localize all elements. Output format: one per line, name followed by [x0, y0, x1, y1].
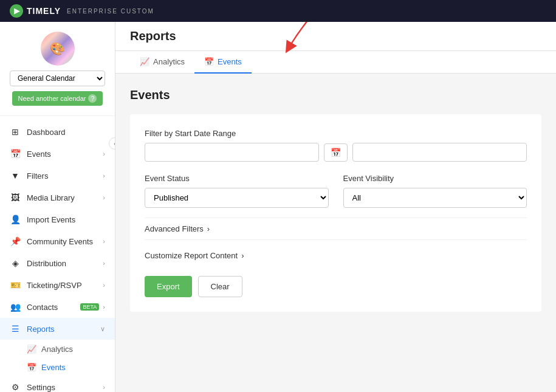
- sidebar-nav: ⊞ Dashboard 📅 Events › ▼ Filters › 🖼 Med…: [0, 116, 115, 392]
- event-status-group: Event Status Published Draft Cancelled A…: [145, 174, 329, 208]
- help-icon: ?: [88, 94, 97, 103]
- logo: ▶ TIMELY ENTERPRISE CUSTOM: [10, 4, 154, 18]
- sidebar-item-label: Import Events: [27, 215, 105, 224]
- sidebar-item-import-events[interactable]: 👤 Import Events: [0, 208, 115, 230]
- sidebar-item-analytics[interactable]: 📈 Analytics: [0, 340, 115, 358]
- import-icon: 👤: [10, 214, 21, 225]
- sidebar-item-community-events[interactable]: 📌 Community Events ›: [0, 230, 115, 252]
- dashboard-icon: ⊞: [10, 126, 21, 137]
- advanced-filters-chevron: ›: [207, 224, 210, 233]
- date-start-input[interactable]: [145, 143, 319, 162]
- content-area: Events Filter by Start Date Range 📅 Even…: [115, 74, 556, 326]
- chevron-right-icon: ›: [103, 238, 105, 245]
- page-title: Reports: [130, 29, 541, 43]
- sidebar-item-label: Distribution: [27, 259, 103, 268]
- sidebar-item-events-sub[interactable]: 📅 Events: [0, 358, 115, 376]
- ticketing-icon: 🎫: [10, 280, 21, 291]
- customize-report-label: Customize Report Content: [145, 251, 238, 260]
- event-status-select[interactable]: Published Draft Cancelled All: [145, 188, 329, 208]
- logo-sub: ENTERPRISE CUSTOM: [67, 8, 154, 15]
- chevron-right-icon: ›: [103, 150, 105, 157]
- sidebar-item-contacts[interactable]: 👥 Contacts BETA ›: [0, 296, 115, 318]
- section-title: Events: [130, 88, 541, 102]
- tab-label: Analytics: [153, 57, 185, 66]
- export-button[interactable]: Export: [145, 276, 192, 297]
- chevron-right-icon: ›: [103, 194, 105, 201]
- date-range-row: 📅: [145, 143, 527, 162]
- events-sub-icon: 📅: [27, 362, 36, 372]
- sidebar-item-label: Events: [27, 150, 103, 159]
- sidebar-item-label: Community Events: [27, 237, 103, 246]
- sidebar-item-ticketing[interactable]: 🎫 Ticketing/RSVP ›: [0, 274, 115, 296]
- action-buttons: Export Clear: [145, 276, 527, 297]
- sub-nav-label: Events: [41, 363, 66, 372]
- filters-icon: ▼: [10, 170, 21, 181]
- sidebar-item-label: Media Library: [27, 193, 103, 202]
- reports-icon: ☰: [10, 323, 21, 334]
- advanced-filters-section: Advanced Filters ›: [145, 218, 527, 240]
- event-visibility-group: Event Visibility All Public Private: [343, 174, 527, 208]
- tabs-bar: 📈 Analytics 📅 Events: [115, 51, 556, 74]
- media-library-icon: 🖼: [10, 192, 21, 203]
- event-visibility-select[interactable]: All Public Private: [343, 188, 527, 208]
- event-visibility-label: Event Visibility: [343, 174, 527, 183]
- contacts-icon: 👥: [10, 301, 21, 312]
- chevron-right-icon: ›: [103, 281, 105, 289]
- logo-icon: ▶: [10, 4, 23, 18]
- advanced-filters-toggle[interactable]: Advanced Filters ›: [145, 224, 527, 233]
- sidebar-item-media-library[interactable]: 🖼 Media Library ›: [0, 187, 115, 208]
- sidebar-item-events[interactable]: 📅 Events ›: [0, 143, 115, 165]
- sidebar-item-label: Filters: [27, 171, 103, 181]
- sidebar-item-label: Settings: [27, 383, 103, 392]
- event-status-label: Event Status: [145, 174, 329, 183]
- logo-text: TIMELY: [27, 6, 61, 16]
- analytics-icon: 📈: [27, 344, 36, 354]
- events-tab-icon: 📅: [204, 57, 214, 66]
- distribution-icon: ◈: [10, 258, 21, 269]
- chevron-right-icon: ›: [103, 260, 105, 267]
- sidebar-item-label: Contacts: [27, 303, 80, 312]
- sidebar-item-label: Dashboard: [27, 128, 105, 137]
- sidebar-item-distribution[interactable]: ◈ Distribution ›: [0, 252, 115, 274]
- calendar-picker-button[interactable]: 📅: [324, 143, 348, 162]
- customize-report-toggle[interactable]: Customize Report Content ›: [145, 251, 527, 260]
- avatar: 🎨: [41, 32, 75, 66]
- calendar-select[interactable]: General Calendar: [10, 70, 105, 86]
- sidebar: 🎨 General Calendar Need another calendar…: [0, 22, 115, 392]
- sidebar-profile: 🎨 General Calendar Need another calendar…: [0, 22, 115, 116]
- need-calendar-label: Need another calendar: [18, 95, 86, 102]
- date-end-input[interactable]: [352, 143, 527, 162]
- tab-analytics[interactable]: 📈 Analytics: [130, 51, 194, 74]
- sub-nav-label: Analytics: [41, 345, 73, 354]
- main-content: Reports 📈 Analytics 📅 Events: [115, 22, 556, 392]
- settings-icon: ⚙: [10, 382, 21, 392]
- main-header: Reports: [115, 22, 556, 51]
- sidebar-item-label: Reports: [27, 325, 100, 334]
- clear-button[interactable]: Clear: [198, 276, 242, 297]
- sidebar-item-settings[interactable]: ⚙ Settings ›: [0, 376, 115, 392]
- filters-row: Event Status Published Draft Cancelled A…: [145, 174, 527, 208]
- chevron-right-icon: ›: [103, 383, 105, 391]
- date-range-label: Filter by Start Date Range: [145, 129, 527, 138]
- tab-events[interactable]: 📅 Events: [194, 51, 252, 74]
- sidebar-item-filters[interactable]: ▼ Filters ›: [0, 165, 115, 187]
- analytics-tab-icon: 📈: [140, 57, 149, 66]
- chevron-right-icon: ›: [103, 303, 105, 311]
- topbar: ▶ TIMELY ENTERPRISE CUSTOM: [0, 0, 556, 22]
- chevron-down-icon: ∨: [100, 325, 105, 333]
- events-icon: 📅: [10, 148, 21, 159]
- need-another-calendar-button[interactable]: Need another calendar ?: [12, 91, 103, 106]
- filter-section: Filter by Start Date Range 📅 Event Statu…: [130, 114, 541, 312]
- community-icon: 📌: [10, 236, 21, 247]
- customize-report-chevron: ›: [241, 251, 244, 260]
- tab-label: Events: [218, 57, 242, 66]
- beta-badge: BETA: [80, 303, 99, 311]
- sidebar-item-reports[interactable]: ☰ Reports ∨: [0, 318, 115, 340]
- customize-report-section: Customize Report Content ›: [145, 245, 527, 266]
- sidebar-item-dashboard[interactable]: ⊞ Dashboard: [0, 121, 115, 143]
- chevron-right-icon: ›: [103, 172, 105, 179]
- advanced-filters-label: Advanced Filters: [145, 224, 204, 233]
- sidebar-item-label: Ticketing/RSVP: [27, 281, 103, 290]
